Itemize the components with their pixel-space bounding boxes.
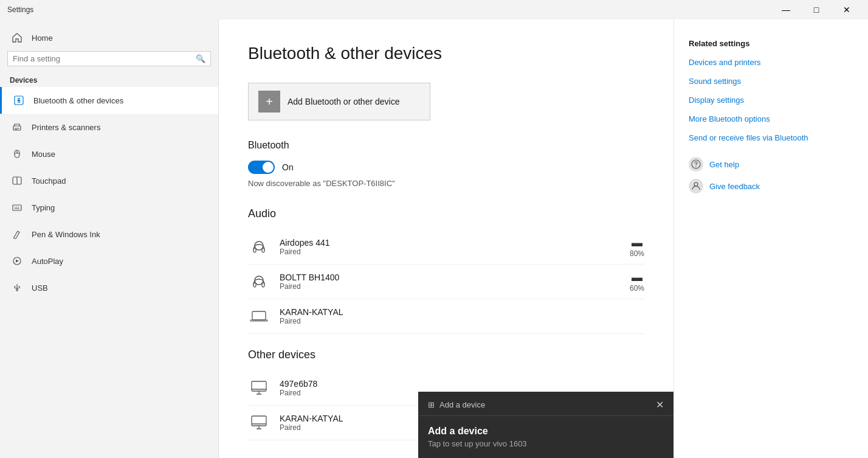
related-link-devices-printers[interactable]: Devices and printers [689,58,853,67]
device-status-boltt: Paired [280,282,620,291]
add-device-button[interactable]: + Add Bluetooth or other device [248,83,430,120]
related-link-more-bluetooth[interactable]: More Bluetooth options [689,114,853,123]
close-button[interactable]: ✕ [833,0,861,19]
device-info-airdopes: Airdopes 441 Paired [280,238,620,256]
notification-title: Add a device [428,426,664,437]
battery-icon-1: ▬ [632,237,642,249]
device-info-karan-audio: KARAN-KATYAL Paired [280,307,644,325]
related-settings-panel: Related settings Devices and printers So… [673,19,868,458]
svg-rect-13 [252,311,266,320]
device-name-boltt: BOLTT BH1400 [280,272,620,282]
notification-subtitle: Tap to set up your vivo 1603 [428,439,664,448]
sidebar-item-home-label: Home [32,33,53,43]
touchpad-icon [10,173,24,188]
device-status-airdopes: Paired [280,248,620,256]
device-info-boltt: BOLTT BH1400 Paired [280,272,620,291]
sidebar-item-touchpad-label: Touchpad [32,176,66,186]
add-device-label: Add Bluetooth or other device [288,97,399,106]
device-status-karan-audio: Paired [280,317,644,325]
notification-windows-icon: ⊞ [428,400,435,409]
main-content: Bluetooth & other devices + Add Bluetoot… [219,19,673,458]
get-help-row[interactable]: Get help [689,157,853,172]
sidebar-item-usb-label: USB [32,283,48,293]
home-icon [10,30,24,45]
sidebar-item-mouse[interactable]: Mouse [0,141,218,167]
sidebar-item-typing-label: Typing [32,203,55,212]
page-title: Bluetooth & other devices [248,44,644,63]
discoverable-text: Now discoverable as "DESKTOP-T6II8IC" [248,179,644,188]
search-input[interactable] [13,54,196,63]
sidebar-item-autoplay[interactable]: AutoPlay [0,248,218,274]
app-title: Settings [7,5,33,14]
window-controls: — □ ✕ [772,0,861,19]
sidebar-item-touchpad[interactable]: Touchpad [0,167,218,194]
minimize-button[interactable]: — [772,0,800,19]
plus-icon: + [258,91,280,113]
sidebar: Home 🔍 Devices Bluetooth & other devices… [0,19,219,458]
sidebar-item-pen[interactable]: Pen & Windows Ink [0,221,218,248]
bluetooth-toggle[interactable] [248,161,275,174]
headphones-icon-1 [248,236,270,258]
battery-airdopes: ▬ 80% [630,237,644,258]
device-item-karan-audio[interactable]: KARAN-KATYAL Paired [248,299,644,334]
sidebar-item-pen-label: Pen & Windows Ink [32,230,100,239]
bluetooth-toggle-row: On [248,161,644,174]
bluetooth-icon [12,93,26,108]
monitor-icon-1 [248,377,270,399]
related-settings-title: Related settings [689,39,853,48]
notification-header-label: Add a device [439,400,485,409]
battery-pct-airdopes: 80% [630,249,644,258]
device-name-497: 497e6b78 [280,379,644,389]
give-feedback-label: Give feedback [709,182,760,191]
sidebar-item-mouse-label: Mouse [32,150,55,159]
notification-header-left: ⊞ Add a device [428,400,485,409]
get-help-label: Get help [709,160,739,169]
app-body: Home 🔍 Devices Bluetooth & other devices… [0,19,868,458]
headphones-icon-2 [248,271,270,293]
maximize-button[interactable]: □ [802,0,830,19]
notification-header: ⊞ Add a device ✕ [418,392,673,416]
related-link-sound-settings[interactable]: Sound settings [689,77,853,86]
add-device-notification: ⊞ Add a device ✕ Add a device Tap to set… [418,392,673,458]
toggle-label: On [282,162,294,172]
give-feedback-icon [689,179,703,193]
sidebar-section-devices: Devices [0,74,218,87]
pen-icon [10,227,24,241]
svg-point-17 [695,166,697,167]
related-link-display-settings[interactable]: Display settings [689,95,853,105]
sidebar-item-autoplay-label: AutoPlay [32,257,63,266]
search-box[interactable]: 🔍 [7,51,211,66]
device-item-boltt[interactable]: BOLTT BH1400 Paired ▬ 60% [248,265,644,299]
sidebar-item-typing[interactable]: Typing [0,194,218,221]
bluetooth-section-title: Bluetooth [248,140,644,151]
get-help-icon [689,157,703,172]
laptop-icon [248,305,270,327]
search-icon: 🔍 [196,54,205,63]
device-name-airdopes: Airdopes 441 [280,238,620,248]
usb-icon [10,280,24,295]
battery-boltt: ▬ 60% [630,271,644,293]
svg-point-18 [694,182,698,186]
keyboard-icon [10,200,24,215]
sidebar-item-usb[interactable]: USB [0,274,218,301]
sidebar-item-bluetooth[interactable]: Bluetooth & other devices [0,87,218,114]
toggle-knob [263,162,274,173]
title-bar: Settings — □ ✕ [0,0,868,19]
autoplay-icon [10,254,24,268]
battery-icon-2: ▬ [632,271,642,284]
battery-pct-boltt: 60% [630,284,644,293]
device-name-karan-audio: KARAN-KATYAL [280,307,644,317]
give-feedback-row[interactable]: Give feedback [689,179,853,193]
notification-body: Add a device Tap to set up your vivo 160… [418,416,673,458]
printer-icon [10,120,24,134]
mouse-icon [10,147,24,161]
sidebar-item-printers-label: Printers & scanners [32,123,100,132]
monitor-icon-2 [248,412,270,434]
notification-close-button[interactable]: ✕ [656,399,664,411]
other-devices-section-title: Other devices [248,349,644,361]
sidebar-item-home[interactable]: Home [0,24,218,51]
sidebar-item-printers[interactable]: Printers & scanners [0,114,218,141]
device-item-airdopes[interactable]: Airdopes 441 Paired ▬ 80% [248,230,644,265]
related-link-send-receive-files[interactable]: Send or receive files via Bluetooth [689,133,853,142]
sidebar-item-bluetooth-label: Bluetooth & other devices [33,96,123,105]
